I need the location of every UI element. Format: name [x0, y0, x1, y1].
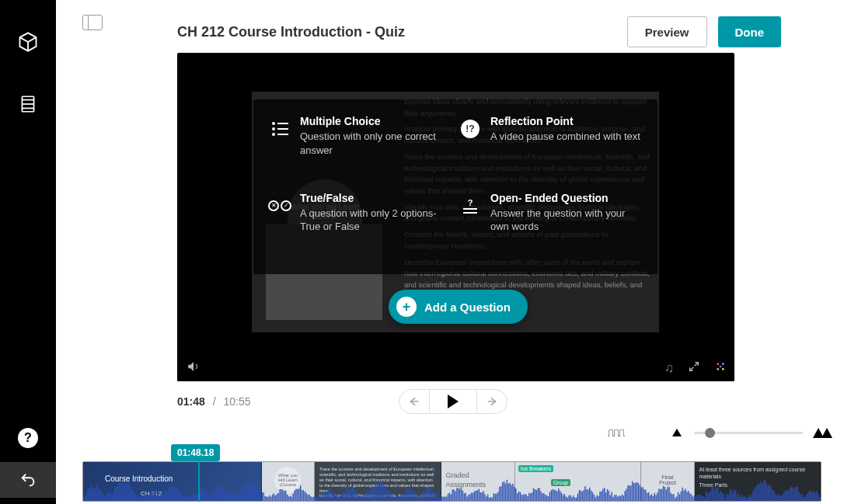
question-type-true-false[interactable]: ✕✓ True/False A question with only 2 opt… — [269, 192, 452, 264]
timeline[interactable]: Course Introduction CH 212 What you will… — [82, 461, 821, 502]
add-question-button[interactable]: + Add a Question — [389, 290, 528, 324]
svg-point-7 — [722, 368, 724, 370]
true-false-icon: ✕✓ — [269, 195, 291, 217]
qt-desc: A video pause combined with text — [490, 130, 640, 144]
thumb-sublabel: Three Parts — [699, 482, 817, 489]
thumb-chip: Ice Breakers — [518, 465, 553, 472]
cube-icon[interactable] — [14, 28, 42, 56]
svg-point-8 — [720, 366, 722, 368]
reflection-icon: !? — [459, 118, 481, 140]
question-type-reflection[interactable]: !? Reflection Point A video pause combin… — [459, 115, 642, 187]
qt-title: True/False — [300, 192, 452, 204]
timeline-zoom-controls: ⎍⎍⎍ — [608, 423, 851, 442]
svg-point-4 — [717, 363, 719, 365]
page-title: CH 212 Course Introduction - Quiz — [177, 24, 405, 40]
playback-row: 01:48 / 10:55 — [177, 388, 734, 415]
timeline-thumb[interactable]: Final Project — [641, 462, 694, 501]
timeline-play-icon[interactable] — [65, 480, 79, 494]
timeline-thumb[interactable]: Graded Assignments — [441, 462, 515, 501]
thumb-label: Final Project — [654, 467, 681, 493]
thumb-label: Course Introduction — [105, 474, 258, 485]
video-player: What you will Learn (Course Express idea… — [177, 53, 734, 381]
open-ended-icon: ? — [459, 195, 481, 217]
thumb-chip: Group — [551, 479, 570, 486]
question-type-open-ended[interactable]: ? Open- Ended Question Answer the questi… — [459, 192, 642, 264]
zoom-slider[interactable] — [694, 432, 803, 434]
timeline-thumb[interactable]: Ice Breakers Group — [515, 462, 641, 501]
question-type-picker: Multiple Choice Question with only one c… — [253, 99, 657, 274]
add-question-label: Add a Question — [424, 301, 511, 314]
qt-title: Multiple Choice — [300, 115, 452, 127]
left-sidebar: ? — [0, 0, 56, 504]
qt-desc: Answer the question with your own words — [490, 207, 642, 234]
plus-icon: + — [396, 297, 417, 317]
music-note-icon[interactable]: ♫ — [664, 361, 674, 375]
header: CH 212 Course Introduction - Quiz Previe… — [56, 12, 851, 51]
play-button[interactable] — [430, 389, 476, 414]
fullscreen-icon[interactable] — [688, 360, 700, 376]
qt-title: Open- Ended Question — [490, 192, 642, 204]
video-control-bar: ♫ — [177, 355, 734, 381]
thumb-sublabel: Assignments — [446, 481, 511, 489]
time-separator: / — [213, 395, 216, 408]
thumb-label: At least three sources from assigned cou… — [699, 467, 817, 481]
waveform-toggle-icon[interactable]: ⎍⎍⎍ — [608, 426, 624, 439]
question-type-multiple-choice[interactable]: Multiple Choice Question with only one c… — [269, 115, 452, 187]
svg-point-6 — [717, 368, 719, 370]
play-icon — [448, 395, 459, 408]
filmstrip-icon[interactable] — [14, 90, 42, 118]
playhead-timestamp[interactable]: 01:48.18 — [171, 444, 220, 461]
list-icon — [269, 118, 291, 140]
timeline-thumb[interactable]: Course Introduction CH 212 — [83, 462, 262, 501]
duration: 10:55 — [223, 395, 250, 408]
next-button[interactable] — [476, 389, 507, 414]
playhead-line[interactable] — [198, 461, 200, 502]
preview-button[interactable]: Preview — [627, 16, 707, 47]
time-display: 01:48 / 10:55 — [177, 395, 251, 408]
current-time: 01:48 — [177, 395, 205, 408]
thumb-label: What you will Learn (Course — [274, 467, 301, 493]
qt-desc: Question with only one correct answer — [300, 130, 452, 157]
thumb-label: Graded — [446, 471, 511, 480]
done-button[interactable]: Done — [718, 16, 782, 47]
kaltura-logo-icon[interactable] — [714, 360, 727, 376]
volume-icon[interactable] — [187, 360, 201, 377]
qt-desc: A question with only 2 options- True or … — [300, 207, 452, 234]
timeline-thumb[interactable]: Trace the sources and development of Eur… — [315, 462, 441, 501]
timeline-thumb[interactable]: What you will Learn (Course — [262, 462, 315, 501]
prev-button[interactable] — [399, 389, 430, 414]
zoom-in-icon[interactable] — [815, 428, 832, 438]
back-button[interactable] — [0, 462, 56, 498]
thumb-label: Trace the sources and development of Eur… — [319, 467, 437, 499]
qt-title: Reflection Point — [490, 115, 640, 127]
zoom-slider-thumb[interactable] — [705, 428, 715, 438]
help-icon[interactable]: ? — [18, 428, 38, 448]
timeline-thumb[interactable]: At least three sources from assigned cou… — [695, 462, 821, 501]
panel-toggle-icon[interactable] — [82, 15, 103, 30]
zoom-out-icon[interactable] — [672, 429, 682, 436]
svg-point-5 — [722, 363, 724, 365]
